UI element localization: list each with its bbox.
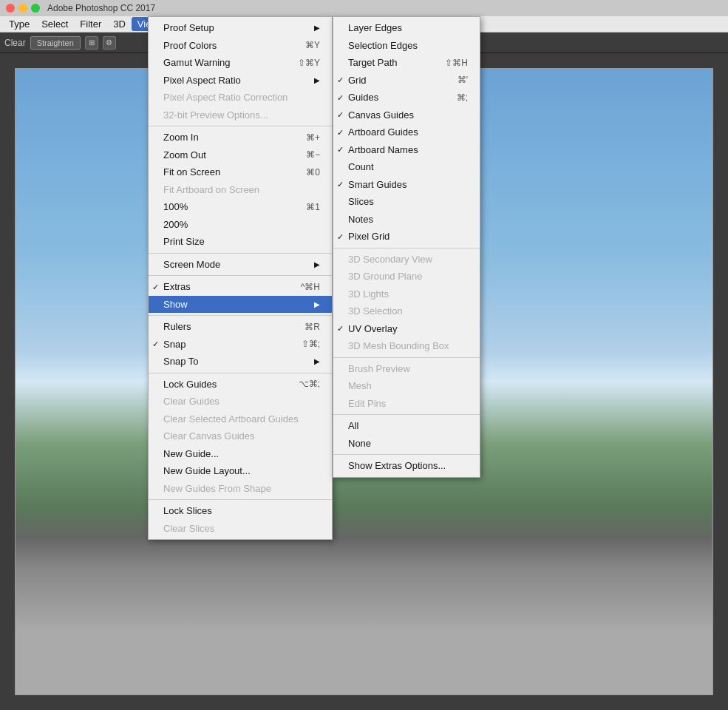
show-submenu: Layer Edges Selection Edges Target Path … <box>333 16 480 478</box>
menu-select[interactable]: Select <box>35 17 74 31</box>
arrow-icon: ▶ <box>314 22 320 33</box>
check-icon: ✓ <box>337 322 344 335</box>
maximize-button[interactable] <box>31 4 40 13</box>
submenu-target-path[interactable]: Target Path ⇧⌘H <box>333 54 480 72</box>
submenu-selection-edges[interactable]: Selection Edges <box>333 37 480 55</box>
menu-item-lock-guides[interactable]: Lock Guides ⌥⌘; <box>149 376 332 393</box>
check-icon: ✓ <box>337 109 344 121</box>
settings-icon[interactable]: ⚙ <box>103 36 116 50</box>
separator <box>333 248 480 248</box>
minimize-button[interactable] <box>18 4 27 13</box>
menu-type[interactable]: Type <box>3 17 35 31</box>
submenu-canvas-guides[interactable]: ✓ Canvas Guides <box>333 106 480 124</box>
submenu-artboard-guides[interactable]: ✓ Artboard Guides <box>333 124 480 141</box>
menu-item-100[interactable]: 100% ⌘1 <box>149 198 332 216</box>
submenu-3d-mesh-bounding-box: 3D Mesh Bounding Box <box>333 337 480 355</box>
submenu-grid[interactable]: ✓ Grid ⌘' <box>333 72 480 89</box>
window-controls <box>6 4 40 13</box>
submenu-3d-ground-plane: 3D Ground Plane <box>333 268 480 285</box>
menu-item-proof-setup[interactable]: Proof Setup ▶ <box>149 19 332 37</box>
separator <box>149 126 332 126</box>
submenu-artboard-names[interactable]: ✓ Artboard Names <box>333 141 480 159</box>
titlebar: Adobe Photoshop CC 2017 <box>0 0 728 16</box>
check-icon: ✓ <box>337 178 344 191</box>
app-title: Adobe Photoshop CC 2017 <box>47 3 155 13</box>
check-icon: ✓ <box>337 126 344 139</box>
separator <box>149 499 332 500</box>
menu-item-32bit-preview: 32-bit Preview Options... <box>149 106 332 124</box>
menu-item-new-guide-layout[interactable]: New Guide Layout... <box>149 462 332 480</box>
menu-item-pixel-aspect-ratio-correction: Pixel Aspect Ratio Correction <box>149 89 332 106</box>
menu-item-200[interactable]: 200% <box>149 216 332 234</box>
arrow-icon: ▶ <box>314 259 320 270</box>
menu-item-extras[interactable]: ✓ Extras ^⌘H <box>149 278 332 296</box>
submenu-uv-overlay[interactable]: ✓ UV Overlay <box>333 320 480 338</box>
menu-item-lock-slices[interactable]: Lock Slices <box>149 502 332 520</box>
menu-item-clear-artboard-guides: Clear Selected Artboard Guides <box>149 410 332 428</box>
separator <box>149 253 332 254</box>
menu-item-new-guide[interactable]: New Guide... <box>149 445 332 463</box>
arrow-icon: ▶ <box>314 356 320 367</box>
close-button[interactable] <box>6 4 15 13</box>
separator <box>149 315 332 316</box>
straighten-button[interactable]: Straighten <box>30 36 81 50</box>
submenu-notes[interactable]: Notes <box>333 211 480 229</box>
separator <box>149 275 332 276</box>
separator <box>149 373 332 373</box>
menu-item-print-size[interactable]: Print Size <box>149 233 332 251</box>
menu-item-new-guides-from-shape: New Guides From Shape <box>149 480 332 498</box>
check-icon: ✓ <box>337 143 344 156</box>
menu-item-screen-mode[interactable]: Screen Mode ▶ <box>149 256 332 274</box>
separator <box>333 357 480 358</box>
menu-item-fit-artboard: Fit Artboard on Screen <box>149 181 332 199</box>
menu-item-snap[interactable]: ✓ Snap ⇧⌘; <box>149 336 332 354</box>
submenu-brush-preview: Brush Preview <box>333 360 480 378</box>
arrow-icon: ▶ <box>314 299 320 310</box>
submenu-show-extras-options[interactable]: Show Extras Options... <box>333 457 480 475</box>
submenu-count[interactable]: Count <box>333 158 480 176</box>
menu-filter[interactable]: Filter <box>74 17 107 31</box>
menu-item-snap-to[interactable]: Snap To ▶ <box>149 353 332 371</box>
menu-item-rulers[interactable]: Rulers ⌘R <box>149 318 332 336</box>
submenu-3d-lights: 3D Lights <box>333 285 480 303</box>
view-menu: Proof Setup ▶ Proof Colors ⌘Y Gamut Warn… <box>148 16 333 540</box>
submenu-pixel-grid[interactable]: ✓ Pixel Grid <box>333 228 480 246</box>
submenu-edit-pins: Edit Pins <box>333 395 480 413</box>
check-icon: ✓ <box>337 74 344 87</box>
submenu-mesh: Mesh <box>333 377 480 395</box>
check-icon: ✓ <box>337 92 344 104</box>
menu-item-clear-canvas-guides: Clear Canvas Guides <box>149 427 332 445</box>
menu-item-clear-guides: Clear Guides <box>149 393 332 410</box>
menu-item-proof-colors[interactable]: Proof Colors ⌘Y <box>149 37 332 55</box>
separator <box>333 454 480 455</box>
menu-item-pixel-aspect-ratio[interactable]: Pixel Aspect Ratio ▶ <box>149 72 332 89</box>
check-icon: ✓ <box>152 338 159 351</box>
submenu-none[interactable]: None <box>333 435 480 453</box>
menu-item-zoom-in[interactable]: Zoom In ⌘+ <box>149 129 332 146</box>
submenu-all[interactable]: All <box>333 417 480 435</box>
check-icon: ✓ <box>152 281 159 294</box>
submenu-3d-secondary-view: 3D Secondary View <box>333 251 480 268</box>
submenu-guides[interactable]: ✓ Guides ⌘; <box>333 89 480 106</box>
menu-item-gamut-warning[interactable]: Gamut Warning ⇧⌘Y <box>149 54 332 72</box>
grid-icon[interactable]: ⊞ <box>85 36 98 50</box>
menu-item-clear-slices: Clear Slices <box>149 520 332 538</box>
submenu-smart-guides[interactable]: ✓ Smart Guides <box>333 176 480 194</box>
submenu-layer-edges[interactable]: Layer Edges <box>333 19 480 37</box>
submenu-slices[interactable]: Slices <box>333 193 480 211</box>
clear-label: Clear <box>4 38 26 48</box>
menu-3d[interactable]: 3D <box>107 17 132 31</box>
check-icon: ✓ <box>337 231 344 243</box>
arrow-icon: ▶ <box>314 75 320 86</box>
separator <box>333 414 480 415</box>
menu-item-fit-screen[interactable]: Fit on Screen ⌘0 <box>149 163 332 181</box>
submenu-3d-selection: 3D Selection <box>333 302 480 320</box>
menu-item-zoom-out[interactable]: Zoom Out ⌘− <box>149 146 332 164</box>
menu-item-show[interactable]: Show ▶ <box>149 296 332 314</box>
